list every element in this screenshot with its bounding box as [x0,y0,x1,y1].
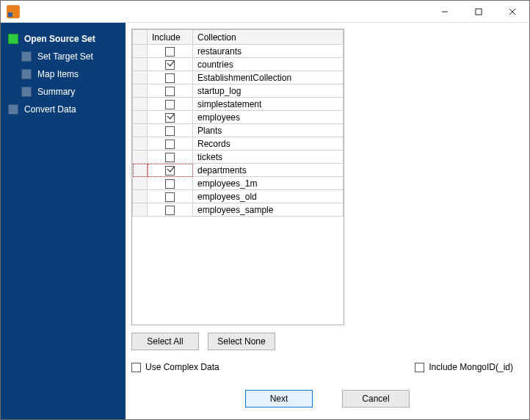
nav-label: Convert Data [24,104,76,115]
collection-cell[interactable]: startup_log [193,84,344,98]
select-none-button[interactable]: Select None [208,333,275,350]
collections-table: Include Collection restaurantscountriesE… [132,29,344,217]
row-header[interactable] [133,71,148,84]
include-checkbox[interactable] [165,206,175,215]
include-cell[interactable] [148,98,193,111]
include-checkbox[interactable] [165,166,175,175]
use-complex-data-checkbox[interactable]: Use Complex Data [131,362,219,372]
selection-buttons: Select All Select None [131,333,523,350]
table-row[interactable]: employees_old [133,190,344,203]
checkbox-icon [131,363,141,372]
include-checkbox[interactable] [165,140,175,149]
col-header-include[interactable]: Include [148,30,193,45]
include-checkbox[interactable] [165,100,175,109]
nav-step-icon [21,87,32,97]
options-row: Use Complex Data Include MongoID(_id) [131,362,513,372]
table-row[interactable]: employees_sample [133,203,344,217]
row-header[interactable] [133,190,148,203]
select-all-button[interactable]: Select All [131,333,199,350]
include-cell[interactable] [148,84,193,98]
table-row[interactable]: Records [133,137,344,151]
include-cell[interactable] [148,203,193,217]
table-row[interactable]: employees [133,111,344,124]
collection-cell[interactable]: tickets [193,151,344,164]
include-checkbox[interactable] [165,47,175,57]
row-header[interactable] [133,111,148,124]
nav-label: Summary [37,87,75,97]
include-cell[interactable] [148,58,193,71]
nav-step-icon [8,34,18,44]
include-cell[interactable] [148,164,193,177]
row-header-corner [133,30,148,45]
row-header[interactable] [133,58,148,71]
table-row[interactable]: startup_log [133,84,344,98]
collection-cell[interactable]: employees_1m [193,177,344,190]
minimize-button[interactable] [428,1,462,23]
maximize-button[interactable] [462,1,495,23]
collection-cell[interactable]: Plants [193,124,344,137]
row-header[interactable] [133,164,148,177]
table-row[interactable]: tickets [133,151,344,164]
close-button[interactable] [495,1,529,23]
table-row[interactable]: countries [133,58,344,71]
include-mongoid-checkbox[interactable]: Include MongoID(_id) [415,362,513,372]
collection-cell[interactable]: EstablishmentCollection [193,71,344,84]
nav-item-convert-data[interactable]: Convert Data [1,101,126,118]
include-cell[interactable] [148,71,193,84]
table-row[interactable]: simplestatement [133,98,344,111]
row-header[interactable] [133,45,148,58]
wizard-sidebar: Open Source SetSet Target SetMap ItemsSu… [1,23,126,419]
row-header[interactable] [133,124,148,137]
include-checkbox[interactable] [165,179,175,189]
collection-cell[interactable]: simplestatement [193,98,344,111]
include-cell[interactable] [148,124,193,137]
include-cell[interactable] [148,137,193,151]
include-checkbox[interactable] [165,192,175,202]
include-checkbox[interactable] [165,73,175,83]
row-header[interactable] [133,151,148,164]
collection-cell[interactable]: restaurants [193,45,344,58]
nav-label: Map Items [37,69,79,79]
collection-cell[interactable]: employees_old [193,190,344,203]
collection-cell[interactable]: employees [193,111,344,124]
nav-item-set-target-set[interactable]: Set Target Set [1,48,126,65]
row-header[interactable] [133,84,148,98]
row-header[interactable] [133,177,148,190]
next-button[interactable]: Next [245,390,313,408]
collection-cell[interactable]: Records [193,137,344,151]
include-cell[interactable] [148,177,193,190]
cancel-button[interactable]: Cancel [342,390,410,408]
footer-buttons: Next Cancel [131,390,523,413]
collection-cell[interactable]: employees_sample [193,203,344,217]
include-checkbox[interactable] [165,87,175,96]
nav-step-icon [21,51,32,62]
table-row[interactable]: restaurants [133,45,344,58]
content-area: Open Source SetSet Target SetMap ItemsSu… [1,23,529,419]
main-panel: Include Collection restaurantscountriesE… [126,23,529,419]
dialog-window: Open Source SetSet Target SetMap ItemsSu… [0,0,530,420]
include-cell[interactable] [148,111,193,124]
include-checkbox[interactable] [165,60,175,70]
include-cell[interactable] [148,45,193,58]
collection-cell[interactable]: countries [193,58,344,71]
svg-rect-1 [476,9,482,15]
table-row[interactable]: departments [133,164,344,177]
nav-item-summary[interactable]: Summary [1,83,126,101]
nav-item-map-items[interactable]: Map Items [1,65,126,83]
include-cell[interactable] [148,151,193,164]
include-checkbox[interactable] [165,126,175,136]
include-checkbox[interactable] [165,153,175,162]
collections-table-wrap[interactable]: Include Collection restaurantscountriesE… [131,29,344,325]
table-row[interactable]: EstablishmentCollection [133,71,344,84]
collection-cell[interactable]: departments [193,164,344,177]
include-cell[interactable] [148,190,193,203]
table-row[interactable]: Plants [133,124,344,137]
table-row[interactable]: employees_1m [133,177,344,190]
row-header[interactable] [133,203,148,217]
row-header[interactable] [133,137,148,151]
row-header[interactable] [133,98,148,111]
nav-item-open-source-set[interactable]: Open Source Set [1,30,126,48]
nav-label: Open Source Set [24,34,95,44]
include-checkbox[interactable] [165,113,175,123]
col-header-collection[interactable]: Collection [193,30,344,45]
